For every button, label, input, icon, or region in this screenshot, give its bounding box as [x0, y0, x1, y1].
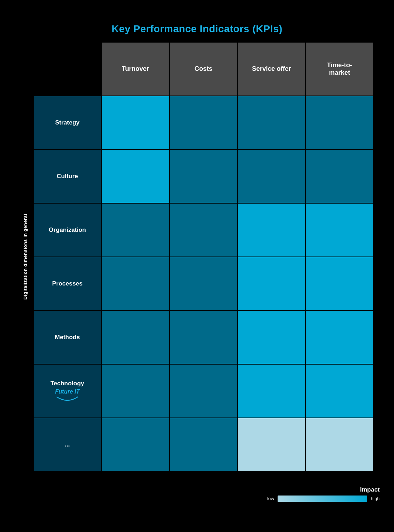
legend-high-label: high [371, 496, 380, 501]
data-cell [169, 364, 237, 418]
main-title: Key Performance Indicators (KPIs) [111, 23, 282, 35]
data-cell [306, 418, 374, 472]
data-cell [169, 96, 237, 150]
data-cell [237, 150, 306, 203]
data-cell [237, 257, 306, 311]
data-cell [101, 257, 169, 311]
side-label: Digitalization dimensions in general [23, 214, 28, 300]
data-cell [237, 203, 306, 257]
data-cell [101, 311, 169, 364]
header-turnover: Turnover [101, 42, 169, 96]
data-cell [169, 203, 237, 257]
data-cell [101, 96, 169, 150]
data-cell [101, 150, 169, 203]
data-cell [101, 203, 169, 257]
header-costs: Costs [169, 42, 237, 96]
table-row: Processes [33, 257, 374, 311]
data-cell [101, 364, 169, 418]
future-it-label: Future IT [37, 389, 97, 395]
data-cell [306, 364, 374, 418]
table-row: Technology Future IT [33, 364, 374, 418]
data-cell [169, 311, 237, 364]
data-cell [169, 257, 237, 311]
table-row: Methods [33, 311, 374, 364]
data-cell [237, 311, 306, 364]
data-cell [306, 257, 374, 311]
data-cell [237, 364, 306, 418]
data-cell [306, 203, 374, 257]
matrix-table: Turnover Costs Service offer Time-to- ma… [33, 42, 374, 472]
table-row: ... [33, 418, 374, 472]
legend-low-label: low [267, 496, 274, 501]
row-label: Methods [33, 311, 101, 364]
legend-area: Impact low high [7, 486, 387, 502]
future-it-arc [55, 395, 80, 402]
row-label: Technology [51, 380, 84, 387]
table-row: Strategy [33, 96, 374, 150]
data-cell [306, 150, 374, 203]
row-label: Processes [33, 257, 101, 311]
side-label-container: Digitalization dimensions in general [20, 42, 31, 472]
data-cell [237, 96, 306, 150]
corner-cell [33, 42, 101, 96]
data-cell [169, 150, 237, 203]
data-cell [237, 418, 306, 472]
legend-bar [278, 496, 367, 502]
header-time-to-market: Time-to- market [306, 42, 374, 96]
table-row: Culture [33, 150, 374, 203]
header-row: Turnover Costs Service offer Time-to- ma… [33, 42, 374, 96]
legend-title: Impact [360, 486, 380, 493]
page-wrapper: Key Performance Indicators (KPIs) Digita… [0, 0, 394, 532]
data-cell [306, 96, 374, 150]
matrix-body: StrategyCultureOrganizationProcessesMeth… [33, 96, 374, 472]
row-label: Organization [33, 203, 101, 257]
row-label: Strategy [33, 96, 101, 150]
data-cell [101, 418, 169, 472]
legend-bar-row: low high [267, 496, 380, 502]
data-cell [306, 311, 374, 364]
row-label: Culture [33, 150, 101, 203]
data-cell [169, 418, 237, 472]
header-service-offer: Service offer [237, 42, 306, 96]
table-row: Organization [33, 203, 374, 257]
matrix-area: Digitalization dimensions in general Tur… [20, 42, 374, 472]
matrix-table-wrapper: Turnover Costs Service offer Time-to- ma… [33, 42, 374, 472]
row-label: ... [33, 418, 101, 472]
